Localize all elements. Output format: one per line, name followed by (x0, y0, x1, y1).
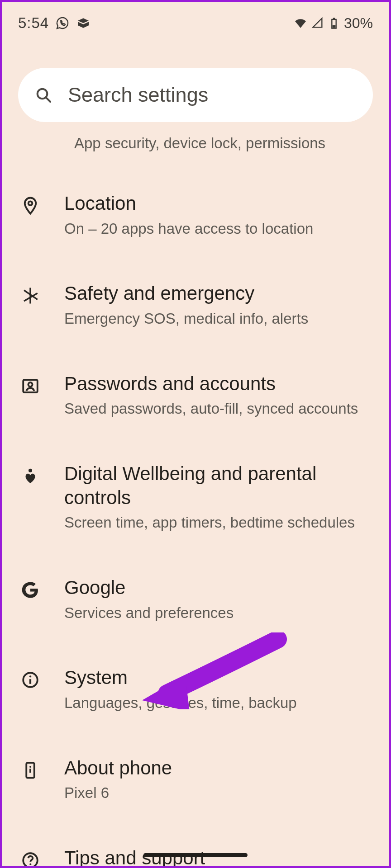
clock: 5:54 (18, 14, 49, 32)
row-title: Google (64, 576, 373, 600)
account-box-icon (18, 377, 43, 396)
settings-row-google[interactable]: Google Services and preferences (2, 554, 389, 644)
wellbeing-icon (18, 467, 43, 486)
battery-text: 30% (344, 15, 373, 32)
row-title: About phone (64, 756, 373, 780)
package-icon (76, 16, 91, 30)
status-right: 30% (293, 15, 373, 32)
row-title: Safety and emergency (64, 282, 373, 306)
settings-row-system[interactable]: System Languages, gestures, time, backup (2, 644, 389, 734)
row-subtitle: Emergency SOS, medical info, alerts (64, 309, 373, 329)
svg-point-4 (29, 201, 33, 205)
settings-row-safety[interactable]: Safety and emergency Emergency SOS, medi… (2, 260, 389, 350)
settings-row-passwords[interactable]: Passwords and accounts Saved passwords, … (2, 350, 389, 440)
svg-line-3 (46, 98, 50, 102)
row-subtitle: Languages, gestures, time, backup (64, 693, 373, 713)
whatsapp-icon (55, 16, 70, 30)
row-subtitle: Saved passwords, auto-fill, synced accou… (64, 399, 373, 419)
row-subtitle: Services and preferences (64, 604, 373, 623)
search-bar[interactable]: Search settings (18, 68, 373, 122)
location-icon (18, 196, 43, 215)
svg-point-7 (29, 469, 32, 472)
settings-row-wellbeing[interactable]: Digital Wellbeing and parental controls … (2, 440, 389, 554)
row-title: Digital Wellbeing and parental controls (64, 462, 373, 509)
help-icon (18, 851, 43, 868)
row-subtitle: Screen time, app timers, bedtime schedul… (64, 513, 373, 533)
wifi-icon (293, 16, 308, 30)
row-title: Location (64, 192, 373, 216)
search-placeholder: Search settings (68, 83, 208, 107)
gesture-nav-handle[interactable] (143, 853, 248, 857)
svg-rect-0 (333, 18, 335, 19)
row-title: System (64, 666, 373, 690)
row-subtitle: On – 20 apps have access to location (64, 219, 373, 239)
settings-row-location[interactable]: Location On – 20 apps have access to loc… (2, 170, 389, 260)
row-title: Tips and support (64, 846, 373, 868)
phone-info-icon (18, 761, 43, 780)
status-bar: 5:54 30% (2, 2, 389, 36)
search-icon (34, 86, 52, 104)
info-icon (18, 670, 43, 689)
row-title: Passwords and accounts (64, 372, 373, 396)
status-left: 5:54 (18, 14, 91, 32)
svg-point-15 (29, 863, 31, 865)
settings-row-tips[interactable]: Tips and support Help articles, phone an… (2, 825, 389, 868)
settings-row-about[interactable]: About phone Pixel 6 (2, 735, 389, 825)
svg-point-6 (28, 382, 32, 387)
row-subtitle: Pixel 6 (64, 783, 373, 803)
svg-point-10 (29, 676, 31, 678)
settings-list[interactable]: Location On – 20 apps have access to loc… (2, 170, 389, 868)
security-subtitle-fragment: App security, device lock, permissions (74, 135, 389, 152)
asterisk-icon (18, 286, 43, 305)
battery-icon (328, 17, 340, 29)
svg-rect-1 (332, 25, 335, 28)
google-icon (18, 580, 43, 599)
cellular-icon (311, 17, 324, 29)
svg-point-13 (29, 766, 31, 768)
